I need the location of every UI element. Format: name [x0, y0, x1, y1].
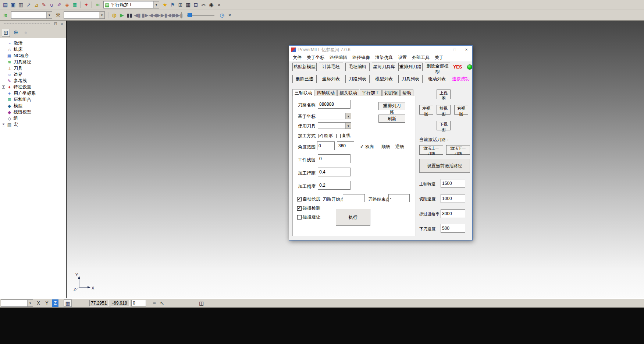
boundary-icon[interactable]: ∪ [48, 1, 56, 9]
toolpath-list-button[interactable]: 刀路列表 [345, 75, 370, 83]
tree-item-models[interactable]: ◆模型 [0, 103, 66, 109]
reorder-toolpaths-button[interactable]: 重排列刀路 [398, 63, 423, 71]
close-button[interactable]: × [460, 46, 472, 54]
coordinate-list-button[interactable]: 坐标列表 [319, 75, 343, 83]
menu-file[interactable]: 文件 [290, 55, 304, 61]
dropdown-arrow-icon[interactable]: ▾ [345, 123, 351, 129]
tab-parallel[interactable]: 平行加工 [360, 89, 382, 96]
fast-forward-icon[interactable]: ▶▶ [157, 11, 164, 19]
skim-feed-input[interactable] [441, 209, 465, 218]
sheet-icon[interactable]: ≡ [150, 299, 158, 307]
cutting-feed-input[interactable] [441, 194, 465, 203]
dropdown-arrow-icon[interactable]: ▾ [99, 12, 104, 18]
stock-edit-button[interactable]: 毛坯编辑 [345, 63, 370, 71]
conventional-mill-checkbox[interactable]: 逆铣 [390, 144, 404, 150]
delete-all-models-button[interactable]: 删除全部模型 [425, 63, 450, 71]
view-bottom-button[interactable]: 下视图 [437, 121, 451, 130]
stepover-input[interactable] [318, 168, 351, 176]
skip-start-icon[interactable]: ▮◀◀ [164, 11, 172, 19]
x-axis-button[interactable]: X [35, 299, 42, 307]
toolbar2-close-icon[interactable]: × [226, 11, 234, 19]
tool-list-button[interactable]: 刀具列表 [398, 75, 423, 83]
stock-allowance-input[interactable] [318, 154, 351, 163]
light-bulb-icon[interactable]: ◍ [110, 11, 118, 19]
model-list-button[interactable]: 模型列表 [372, 75, 396, 83]
use-tool-dropdown[interactable]: ▾ [318, 122, 351, 129]
tool-star-icon[interactable]: ★ [161, 1, 169, 9]
angle-to-input[interactable] [337, 141, 354, 150]
toolpath-name-input[interactable] [318, 100, 351, 109]
tree-item-macros[interactable]: +▥宏 [0, 122, 66, 128]
tree-item-patterns[interactable]: ✎参考线 [0, 78, 66, 84]
kite-icon[interactable]: ◈ [63, 1, 71, 9]
tree-item-toolpaths[interactable]: ≋刀具路径 [0, 59, 66, 65]
binoculars-icon[interactable]: ◉ [207, 1, 215, 9]
toolpath-wave-icon[interactable]: ≋ [94, 1, 102, 9]
setsquare-icon[interactable]: ⊿ [32, 1, 40, 9]
start-point-input[interactable] [343, 194, 365, 202]
maximize-button[interactable]: □ [449, 46, 460, 54]
menu-settings[interactable]: 设置 [395, 55, 409, 61]
delete-selected-button[interactable]: 删除已选 [292, 75, 317, 83]
tree-item-feature-sets[interactable]: +✦特征设置 [0, 84, 66, 90]
dropdown-arrow-icon[interactable]: ▾ [153, 1, 159, 8]
tab-swivel[interactable]: 摆头联动 [337, 89, 359, 96]
menu-path-edit[interactable]: 路径编辑 [327, 55, 350, 61]
calculator-icon[interactable]: ▦ [184, 1, 192, 9]
tab-3axis[interactable]: 三轴联动 [292, 89, 314, 96]
grid-pen-icon[interactable]: ⊞ [177, 1, 184, 9]
sim-toolpath-dropdown[interactable]: ▾ [11, 11, 52, 19]
menu-path-mirror[interactable]: 路径镜像 [350, 55, 373, 61]
set-current-active-path-button[interactable]: 设置当前激活路径 [419, 159, 470, 173]
y-axis-button[interactable]: Y [44, 299, 50, 307]
view-top-button[interactable]: 上视图 [437, 89, 451, 99]
save-icon[interactable]: ▣ [9, 1, 17, 9]
toolpath-wave-icon[interactable]: ≋ [1, 11, 9, 19]
tree-item-tools[interactable]: ⊥刀具 [0, 65, 66, 71]
tool-hammer-icon[interactable]: ⚒ [54, 11, 62, 19]
end-point-input[interactable] [388, 194, 410, 202]
menu-render-sim[interactable]: 渲染仿真 [373, 55, 395, 61]
plunge-feed-input[interactable] [441, 224, 465, 233]
view-left-button[interactable]: 左视图 [419, 105, 433, 115]
refresh-button[interactable]: 刷新 [378, 115, 405, 123]
dropdown-arrow-icon[interactable]: ▾ [345, 113, 351, 119]
execute-button[interactable]: 执行 [336, 209, 370, 226]
simulation-speed-slider[interactable] [187, 12, 214, 18]
drive-list-button[interactable]: 驱动列表 [425, 75, 449, 83]
globe-icon[interactable]: ⊕ [12, 29, 20, 37]
rewind-icon[interactable]: ◀◀ [149, 11, 157, 19]
tree-item-nc-programs[interactable]: ▤NC程序 [0, 53, 66, 59]
strategy-preset-dropdown[interactable]: ▤ 平行精加工 ▾ [103, 1, 159, 8]
tab-4axis[interactable]: 四轴联动 [315, 89, 337, 96]
chart-icon[interactable]: ⊟ [192, 1, 200, 9]
star-tool-library-button[interactable]: 星河刀具库 [372, 63, 396, 71]
minimize-button[interactable]: — [437, 46, 449, 54]
feature-icon[interactable]: ✦ [82, 1, 90, 9]
panel-close-icon[interactable]: × [60, 22, 64, 26]
tree-item-groups[interactable]: ◇组 [0, 115, 66, 122]
sim-tool-dropdown[interactable]: ▾ [64, 11, 105, 19]
slider-handle[interactable] [188, 13, 192, 17]
dropdown-arrow-icon[interactable]: ▾ [27, 300, 33, 306]
bidirectional-checkbox[interactable]: 双向 [360, 144, 374, 150]
flag-icon[interactable]: ⚑ [169, 1, 177, 9]
print-icon[interactable]: ▥ [17, 1, 25, 9]
clipboard-icon[interactable]: ▤ [1, 1, 9, 9]
view-right-button[interactable]: 右视图 [454, 105, 468, 115]
clock-icon[interactable]: ◷ [218, 11, 226, 19]
panel-pin-icon[interactable]: ⊡ [53, 21, 58, 26]
z-value-input[interactable] [131, 300, 146, 306]
menu-about[interactable]: 关于 [432, 55, 446, 61]
tree-item-workplanes[interactable]: +用户坐标系 [0, 90, 66, 96]
menu-external-tools[interactable]: 外部工具 [409, 55, 432, 61]
pointer-icon[interactable]: ↖ [158, 299, 166, 307]
activate-next-toolpath-button[interactable]: 激活下一刀路 [446, 145, 470, 155]
climb-mill-checkbox[interactable]: 顺铣 [376, 144, 390, 150]
toolpath-pencil-icon[interactable]: ✎ [40, 1, 48, 9]
compute-stock-button[interactable]: 计算毛坯 [319, 63, 343, 71]
z-axis-button[interactable]: Z [52, 299, 58, 307]
pause-icon[interactable]: ▮▮ [126, 11, 134, 19]
circle-checkbox[interactable]: 圆形 [319, 133, 333, 139]
tab-help[interactable]: 帮助 [400, 89, 413, 96]
